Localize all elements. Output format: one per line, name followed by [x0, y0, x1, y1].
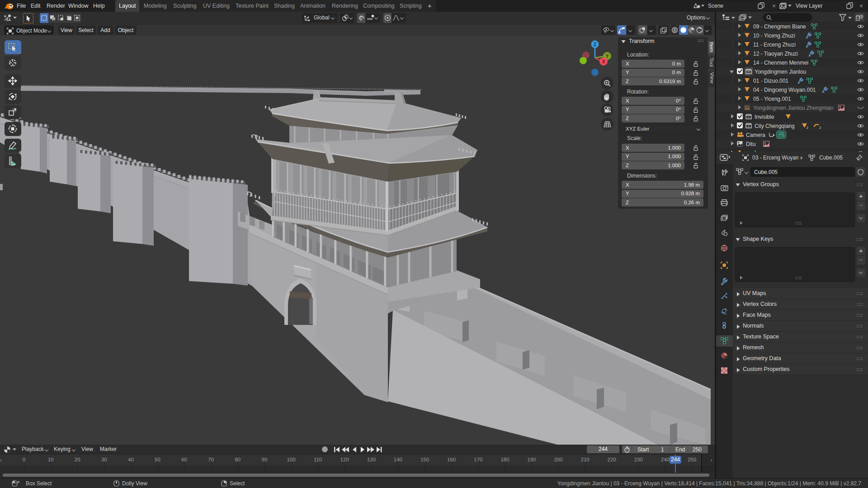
svg-text:2: 2 — [807, 126, 809, 129]
svg-text:2: 2 — [819, 126, 821, 129]
svg-text:Z: Z — [594, 42, 596, 47]
svg-text:X: X — [602, 59, 605, 64]
svg-text:Y: Y — [606, 54, 609, 59]
